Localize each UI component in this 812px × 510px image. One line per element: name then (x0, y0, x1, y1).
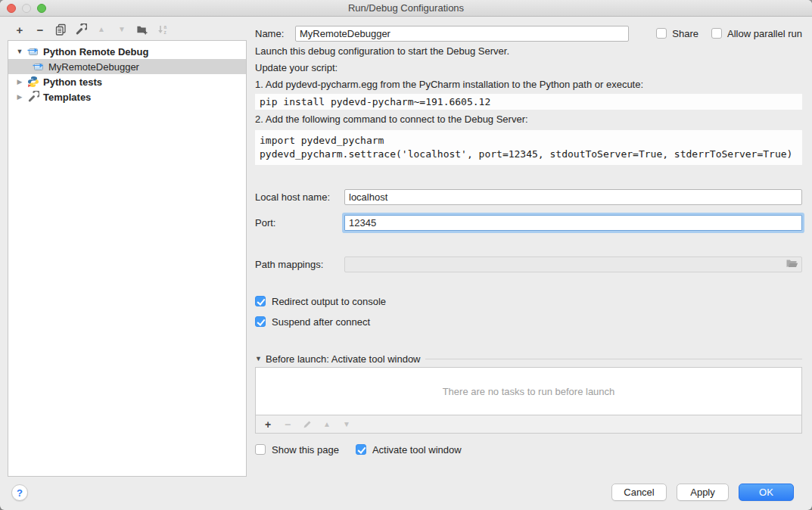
path-mappings-label: Path mappings: (255, 259, 344, 270)
window-title: Run/Debug Configurations (348, 2, 464, 14)
edit-task-icon (302, 419, 313, 430)
instructions-intro: Launch this debug configuration to start… (255, 43, 802, 60)
suspend-after-connect-label: Suspend after connect (272, 316, 370, 328)
local-host-name-input[interactable] (344, 189, 802, 205)
svg-text:z: z (164, 30, 167, 35)
redirect-output-checkbox[interactable] (255, 296, 266, 306)
traffic-lights (7, 0, 46, 17)
dialog-buttons: Cancel Apply OK (611, 484, 794, 501)
question-mark-icon: ? (17, 487, 23, 499)
collapsed-arrow-icon[interactable]: ▶ (14, 78, 25, 86)
run-config-icon (27, 45, 39, 58)
add-configuration-icon[interactable]: + (14, 23, 26, 36)
allow-parallel-run-checkbox[interactable] (711, 28, 722, 39)
activate-tool-window-checkbox[interactable] (356, 444, 366, 455)
tree-item-myremotedebugger[interactable]: MyRemoteDebugger (8, 59, 246, 74)
ok-button[interactable]: OK (739, 484, 794, 501)
name-input[interactable] (295, 26, 629, 42)
suspend-after-connect-checkbox[interactable] (255, 316, 266, 327)
svg-text:a: a (164, 24, 167, 30)
minimize-window-button (22, 4, 31, 13)
share-checkbox[interactable] (656, 28, 667, 39)
before-launch-task-list[interactable]: There are no tasks to run before launch (255, 367, 802, 415)
help-button[interactable]: ? (11, 484, 28, 501)
remove-task-icon: − (282, 419, 293, 430)
add-task-icon[interactable]: + (263, 419, 273, 430)
run-config-icon (33, 61, 45, 73)
allow-parallel-run-label: Allow parallel run (727, 28, 802, 39)
sidebar: + − ▲ ▼ az ▼ Python Remote D (0, 17, 247, 510)
configurations-tree: ▼ Python Remote Debug MyRemoteDebugger ▶… (8, 40, 247, 477)
settrace-code-line2: pydevd_pycharm.settrace('localhost', por… (260, 148, 792, 160)
tree-item-label: Templates (42, 92, 91, 103)
local-host-name-label: Local host name: (255, 191, 344, 203)
before-launch-title: Before launch: Activate tool window (266, 353, 425, 365)
show-this-page-checkbox[interactable] (255, 444, 266, 455)
tree-item-label: MyRemoteDebugger (47, 61, 139, 73)
titlebar: Run/Debug Configurations (0, 0, 812, 17)
remove-configuration-icon[interactable]: − (34, 23, 46, 36)
move-up-icon: ▲ (95, 23, 107, 36)
instructions-step2: 2. Add the following command to connect … (255, 111, 802, 128)
port-input[interactable] (344, 215, 802, 231)
settrace-code-line1: import pydevd_pycharm (260, 135, 384, 146)
share-label: Share (672, 28, 698, 39)
apply-button[interactable]: Apply (677, 484, 729, 501)
python-tests-icon (27, 76, 39, 88)
port-label: Port: (255, 217, 344, 229)
copy-configuration-icon[interactable] (54, 23, 67, 36)
settrace-code: import pydevd_pycharm pydevd_pycharm.set… (255, 130, 802, 165)
instructions-update: Update your script: (255, 60, 802, 76)
name-label: Name: (255, 28, 295, 39)
instructions-step1: 1. Add pydevd-pycharm.egg from the PyCha… (255, 76, 802, 93)
templates-wrench-icon (27, 91, 39, 103)
move-down-icon: ▼ (116, 23, 128, 36)
pip-install-code: pip install pydevd-pycharm~=191.6605.12 (255, 94, 802, 110)
configuration-editor: Name: Share Allow parallel run Launch th… (255, 17, 802, 456)
before-launch-collapse-icon[interactable]: ▼ (255, 355, 266, 362)
edit-templates-icon[interactable] (75, 23, 87, 36)
tree-item-label: Python Remote Debug (42, 46, 148, 58)
redirect-output-label: Redirect output to console (272, 296, 386, 307)
before-launch-empty-text: There are no tasks to run before launch (443, 386, 615, 397)
before-launch-toolbar: + − ▲ ▼ (255, 415, 802, 434)
activate-tool-window-label: Activate tool window (372, 444, 462, 456)
before-launch-divider (425, 359, 802, 359)
close-window-button[interactable] (7, 4, 16, 13)
tree-item-label: Python tests (42, 76, 102, 88)
run-debug-configurations-dialog: Run/Debug Configurations + − ▲ ▼ az ▼ (0, 0, 812, 510)
tree-item-templates[interactable]: ▶ Templates (8, 89, 246, 104)
browse-folder-icon[interactable] (786, 258, 798, 271)
expanded-arrow-icon[interactable]: ▼ (14, 48, 25, 55)
sort-configurations-icon: az (157, 23, 169, 36)
path-mappings-field[interactable] (344, 257, 802, 272)
tree-item-python-tests[interactable]: ▶ Python tests (8, 74, 246, 89)
cancel-button[interactable]: Cancel (611, 484, 667, 501)
move-task-down-icon: ▼ (341, 419, 352, 430)
move-task-up-icon: ▲ (322, 419, 332, 430)
tree-item-python-remote-debug[interactable]: ▼ Python Remote Debug (8, 44, 246, 59)
create-folder-icon[interactable] (136, 23, 148, 36)
collapsed-arrow-icon[interactable]: ▶ (14, 93, 25, 101)
configurations-toolbar: + − ▲ ▼ az (14, 21, 169, 38)
zoom-window-button[interactable] (37, 4, 46, 13)
show-this-page-label: Show this page (272, 444, 339, 456)
